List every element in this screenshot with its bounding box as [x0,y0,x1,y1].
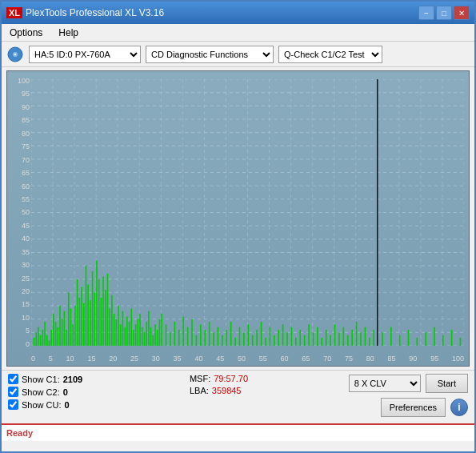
svg-rect-134 [286,332,288,346]
svg-rect-105 [161,314,162,346]
svg-rect-155 [382,332,383,346]
svg-rect-60 [64,311,66,346]
svg-rect-68 [81,287,82,346]
svg-rect-71 [87,284,89,346]
svg-rect-87 [122,311,124,346]
svg-rect-117 [213,332,214,346]
lba-label: LBA: [190,386,209,395]
x-label-5: 5 [49,355,53,363]
start-button[interactable]: Start [426,374,468,393]
chart-container: 100 95 90 85 80 75 70 65 60 55 50 45 40 … [6,70,470,367]
y-label-0: 0 [9,341,31,348]
y-label-90: 90 [9,104,31,111]
svg-rect-110 [182,316,184,346]
svg-rect-145 [334,324,336,346]
title-bar-left: XL PlexTools Professional XL V3.16 [6,7,164,18]
y-label-50: 50 [9,209,31,216]
prefs-info-row: Preferences i [381,398,468,417]
drive-select[interactable]: HA:5 ID:0 PX-760A [29,46,141,63]
x-label-60: 60 [281,355,289,363]
svg-rect-77 [101,298,102,346]
svg-rect-151 [360,332,362,346]
svg-rect-144 [330,335,331,346]
svg-rect-86 [120,324,122,346]
svg-rect-74 [94,292,95,346]
function-select[interactable]: CD Diagnostic Functions [146,46,274,63]
svg-rect-47 [35,332,37,346]
svg-rect-140 [313,332,314,346]
svg-rect-76 [98,279,100,346]
y-label-35: 35 [9,249,31,256]
svg-rect-131 [274,335,275,346]
x-label-20: 20 [109,355,117,363]
menu-options[interactable]: Options [5,26,47,40]
y-label-75: 75 [9,143,31,150]
y-label-40: 40 [9,235,31,243]
svg-rect-147 [343,327,345,346]
app-logo: XL [6,7,22,18]
svg-rect-139 [308,324,310,346]
minimize-button[interactable]: − [418,6,434,20]
svg-rect-53 [49,340,50,346]
svg-rect-108 [174,322,176,346]
svg-rect-64 [72,324,74,346]
svg-rect-149 [351,330,353,346]
svg-rect-67 [79,298,81,346]
show-c2-label: Show C2: [22,387,60,397]
show-c2-row: Show C2: 0 [8,387,82,397]
show-c1-checkbox[interactable] [8,374,18,384]
svg-rect-80 [107,274,109,346]
svg-rect-99 [148,311,150,346]
svg-rect-95 [139,314,141,346]
x-label-10: 10 [66,355,74,363]
svg-rect-159 [416,338,418,346]
svg-rect-104 [159,319,161,346]
x-label-30: 30 [152,355,160,363]
preferences-button[interactable]: Preferences [381,398,446,417]
menu-help[interactable]: Help [54,26,83,40]
y-label-45: 45 [9,222,31,230]
close-button[interactable]: ✕ [454,6,470,20]
svg-rect-132 [278,330,279,346]
x-label-100: 100 [452,355,464,363]
y-label-25: 25 [9,275,31,283]
chart-svg [31,79,464,346]
window-title: PlexTools Professional XL V3.16 [26,7,164,18]
svg-rect-154 [373,330,374,346]
svg-rect-73 [92,271,94,346]
lba-row: LBA: 359845 [190,386,248,395]
svg-rect-128 [261,322,262,346]
y-label-55: 55 [9,196,31,203]
test-select[interactable]: Q-Check C1/C2 Test [278,46,382,63]
y-label-20: 20 [9,288,31,295]
y-label-80: 80 [9,130,31,138]
speed-select[interactable]: 8 X CLV 1 X CLV 2 X CLV 4 X CLV Max CLV [349,375,421,392]
maximize-button[interactable]: □ [436,6,452,20]
svg-rect-70 [86,266,87,346]
svg-rect-88 [124,327,126,346]
x-label-70: 70 [323,355,331,363]
y-label-15: 15 [9,301,31,308]
show-cu-checkbox[interactable] [8,399,18,410]
y-label-60: 60 [9,183,31,190]
svg-rect-72 [90,300,91,346]
speed-start-col: 8 X CLV 1 X CLV 2 X CLV 4 X CLV Max CLV … [349,374,468,417]
show-c1-row: Show C1: 2109 [8,374,82,384]
x-label-25: 25 [130,355,138,363]
svg-rect-61 [66,330,67,346]
svg-rect-93 [135,324,137,346]
svg-rect-97 [144,332,146,346]
drive-icon [6,46,24,63]
show-c2-checkbox[interactable] [8,387,18,397]
svg-rect-111 [187,327,189,346]
svg-rect-81 [109,308,110,346]
msf-lba-col: MSF: 79:57.70 LBA: 359845 [183,374,248,395]
svg-rect-113 [196,335,198,346]
info-button[interactable]: i [450,399,468,416]
svg-rect-59 [62,319,63,346]
svg-rect-118 [218,327,219,346]
svg-rect-162 [442,335,444,346]
svg-rect-136 [295,338,297,346]
menu-bar: Options Help [2,24,474,42]
svg-rect-112 [191,319,193,346]
